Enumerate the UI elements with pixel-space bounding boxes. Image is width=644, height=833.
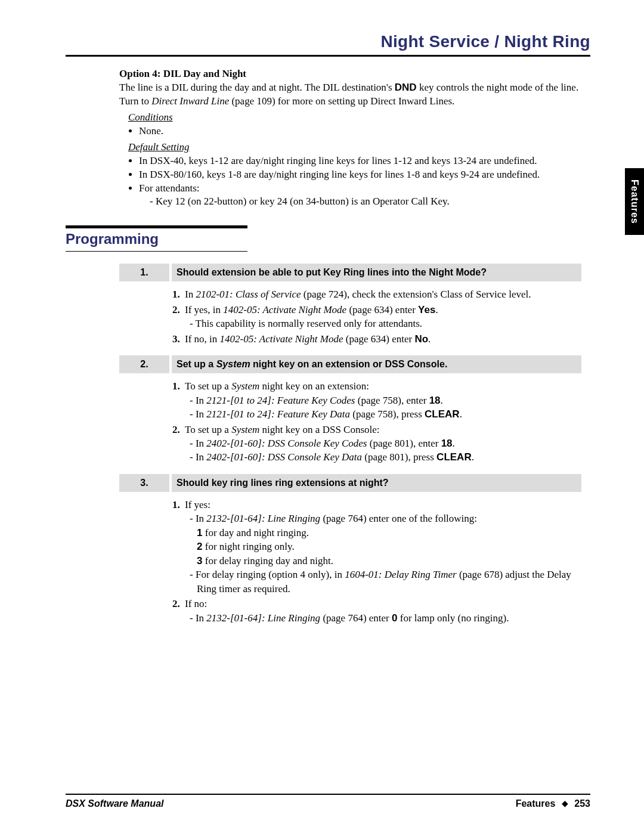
text: .	[435, 304, 438, 315]
programming-section-bar: Programming	[66, 225, 590, 252]
step-item: If yes, in 1402-05: Activate Night Mode …	[182, 303, 588, 331]
value-yes: Yes	[418, 304, 435, 315]
option-line: 1 for day and night ringing.	[197, 526, 588, 540]
text: (page 764) enter one of the following:	[320, 513, 477, 524]
text: night key on an extension or DSS Console…	[250, 359, 448, 369]
conditions-list: None.	[139, 125, 590, 138]
ref: 1402-05: Activate Night Mode	[223, 304, 346, 315]
text-italic: System	[216, 359, 250, 369]
sub-item: In 2121-[01 to 24]: Feature Key Data (pa…	[197, 407, 588, 421]
ref: 2132-[01-64]: Line Ringing	[206, 612, 320, 624]
default-setting-label: Default Setting	[128, 141, 590, 154]
text: To set up a	[185, 380, 231, 392]
direct-inward-line-ref: Direct Inward Line	[151, 95, 229, 107]
side-tab-features: Features	[625, 168, 644, 235]
conditions-label: Conditions	[128, 111, 590, 125]
default-item: In DSX-80/160, keys 1-8 are day/night ri…	[139, 168, 590, 182]
step-item: In 2102-01: Class of Service (page 724),…	[182, 287, 588, 301]
option4-block: Option 4: DIL Day and Night The line is …	[119, 67, 590, 209]
text: In	[196, 408, 206, 420]
text: for lamp only (no ringing).	[397, 612, 509, 624]
text: In	[196, 451, 206, 463]
step-item: If no, in 1402-05: Activate Night Mode (…	[182, 332, 588, 346]
text: (page 758), enter	[355, 395, 429, 406]
text: Set up a	[177, 359, 216, 369]
footer-manual-title: DSX Software Manual	[66, 798, 163, 809]
value: 18	[429, 395, 441, 406]
default-setting-list: In DSX-40, keys 1-12 are day/night ringi…	[139, 154, 590, 209]
sub-item: In 2121-[01 to 24]: Feature Key Codes (p…	[197, 394, 588, 407]
text: for delay ringing day and night.	[202, 555, 333, 566]
text: night key on an extension:	[259, 380, 369, 392]
footer-section-label: Features	[516, 798, 556, 809]
footer-page-info: Features ◆ 253	[516, 798, 590, 809]
sub-item: For delay ringing (option 4 only), in 16…	[197, 568, 588, 596]
text: .	[453, 438, 455, 449]
text-italic: System	[231, 424, 259, 435]
step-header: 1. Should extension be able to put Key R…	[119, 264, 581, 281]
step-item: To set up a System night key on an exten…	[182, 379, 588, 421]
default-item: In DSX-40, keys 1-12 are day/night ringi…	[139, 154, 590, 168]
ref: 1604-01: Delay Ring Timer	[345, 569, 456, 580]
rule-thick	[66, 225, 247, 228]
step-item: If yes: In 2132-[01-64]: Line Ringing (p…	[182, 498, 588, 596]
ref: 2132-[01-64]: Line Ringing	[206, 513, 320, 524]
text: If yes:	[185, 499, 210, 510]
diamond-icon: ◆	[562, 798, 568, 808]
value: CLEAR	[436, 451, 472, 463]
sub-item: In 2402-[01-60]: DSS Console Key Codes (…	[197, 436, 588, 450]
text: If no, in	[185, 333, 220, 345]
ref: 2102-01: Class of Service	[196, 289, 301, 300]
option-line: 2 for night ringing only.	[197, 540, 588, 553]
text: In	[196, 612, 206, 624]
sub-list: In 2132-[01-64]: Line Ringing (page 764)…	[190, 611, 588, 625]
step-header: 2. Set up a System night key on an exten…	[119, 355, 581, 373]
side-tab-label: Features	[629, 179, 640, 224]
sub-item: In 2132-[01-64]: Line Ringing (page 764)…	[197, 611, 588, 625]
step-item: If no: In 2132-[01-64]: Line Ringing (pa…	[182, 597, 588, 625]
page-title: Night Service / Night Ring	[66, 32, 590, 51]
footer-rule	[66, 794, 590, 795]
step-title: Should extension be able to put Key Ring…	[171, 264, 581, 281]
sub-item: In 2132-[01-64]: Line Ringing (page 764)…	[197, 512, 588, 525]
step-number: 3.	[119, 474, 171, 492]
page: Night Service / Night Ring Option 4: DIL…	[0, 0, 644, 833]
text: This capability is normally reserved onl…	[196, 318, 423, 329]
step-title: Should key ring lines ring extensions at…	[171, 474, 581, 492]
text: .	[441, 395, 443, 406]
step-body: To set up a System night key on an exten…	[171, 379, 588, 465]
step-1: 1. Should extension be able to put Key R…	[118, 264, 590, 625]
sub-list: In 2132-[01-64]: Line Ringing (page 764)…	[190, 512, 588, 596]
text: The line is a DIL during the day and at …	[119, 82, 395, 93]
sub-list: This capability is normally reserved onl…	[190, 317, 588, 330]
default-subitem: - Key 12 (on 22-button) or key 24 (on 34…	[150, 195, 590, 209]
step-title: Set up a System night key on an extensio…	[171, 355, 581, 373]
sub-item: In 2402-[01-60]: DSS Console Key Data (p…	[197, 450, 588, 464]
text: If yes, in	[185, 304, 223, 315]
text: for day and night ringing.	[202, 527, 308, 538]
option4-heading: Option 4: DIL Day and Night	[119, 67, 590, 81]
option-line: 3 for delay ringing day and night.	[197, 554, 588, 568]
text: (page 764) enter	[320, 612, 392, 624]
step-number: 2.	[119, 355, 171, 373]
text: (page 801), enter	[367, 438, 441, 449]
step-body: In 2102-01: Class of Service (page 724),…	[171, 287, 588, 346]
text: night key on a DSS Console:	[259, 424, 379, 435]
ref: 2402-[01-60]: DSS Console Key Codes	[206, 438, 367, 449]
condition-item: None.	[139, 125, 590, 138]
ref: 2402-[01-60]: DSS Console Key Data	[206, 451, 362, 463]
text: For attendants:	[139, 182, 200, 194]
option4-paragraph: The line is a DIL during the day and at …	[119, 81, 590, 109]
ref: 1402-05: Activate Night Mode	[220, 333, 343, 345]
text: (page 724), check the extension's Class …	[301, 289, 531, 300]
text: .	[460, 408, 462, 420]
text: (page 109) for more on setting up Direct…	[229, 95, 454, 107]
ref: 2121-[01 to 24]: Feature Key Codes	[206, 395, 355, 406]
step-item: To set up a System night key on a DSS Co…	[182, 423, 588, 465]
text: .	[472, 451, 474, 463]
text: In	[196, 513, 206, 524]
ref: 2121-[01 to 24]: Feature Key Data	[206, 408, 350, 420]
default-item: For attendants: - Key 12 (on 22-button) …	[139, 182, 590, 209]
text: In	[185, 289, 196, 300]
text: In	[196, 438, 206, 449]
